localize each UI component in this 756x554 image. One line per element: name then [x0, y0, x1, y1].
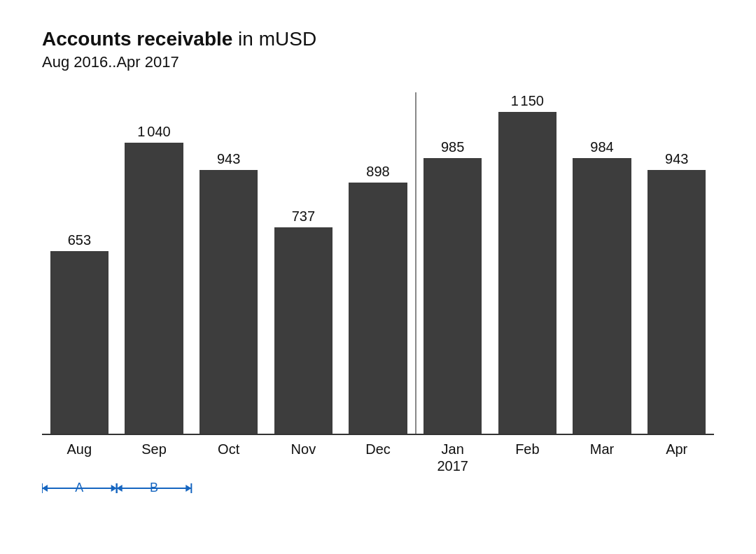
bar-rect-0 [50, 251, 108, 434]
chart-area: 6531 0409437378989851 150984943 AugSepOc… [42, 92, 714, 484]
bar-value-1: 1 040 [137, 124, 170, 140]
annotation-b-label: B [150, 481, 158, 495]
x-label-5: Jan2017 [415, 441, 490, 474]
bar-rect-5 [424, 158, 482, 434]
x-label-0: Aug [42, 441, 117, 474]
x-label-3: Nov [266, 441, 341, 474]
bar-group-sep: 1 040 [117, 92, 192, 434]
bar-rect-7 [573, 158, 631, 434]
x-label-4: Dec [341, 441, 416, 474]
x-label-2: Oct [191, 441, 266, 474]
chart-title: Accounts receivable in mUSD [42, 28, 714, 50]
chart-subtitle: Aug 2016..Apr 2017 [42, 53, 714, 71]
bars-wrapper: 6531 0409437378989851 150984943 [42, 92, 714, 435]
x-label-6: Feb [490, 441, 565, 474]
year-separator-line [415, 92, 416, 434]
annotation-a-label: A [75, 481, 83, 495]
x-label-1: Sep [117, 441, 192, 474]
bar-value-5: 985 [441, 139, 464, 155]
bar-rect-6 [498, 112, 556, 434]
bar-value-2: 943 [217, 151, 240, 167]
svg-marker-8 [117, 485, 122, 492]
svg-marker-4 [111, 485, 117, 492]
chart-container: Accounts receivable in mUSD Aug 2016..Ap… [0, 0, 756, 554]
bar-value-0: 653 [68, 232, 91, 248]
chart-title-bold: Accounts receivable [42, 28, 232, 50]
bar-rect-3 [274, 227, 332, 434]
bar-value-7: 984 [590, 139, 613, 155]
x-label-8: Apr [639, 441, 714, 474]
bar-rect-2 [200, 170, 258, 434]
bar-group-feb: 1 150 [490, 92, 565, 434]
bar-group-dec: 898 [341, 92, 416, 434]
annotation-svg: AB [42, 477, 714, 499]
x-label-7: Mar [565, 441, 640, 474]
bar-value-6: 1 150 [511, 93, 544, 109]
bar-rect-4 [349, 183, 407, 434]
svg-marker-3 [42, 485, 48, 492]
bar-group-mar: 984 [565, 92, 640, 434]
annotation-row: AB [42, 477, 714, 499]
bar-value-4: 898 [366, 164, 389, 180]
chart-title-rest: in mUSD [232, 28, 316, 50]
bar-group-nov: 737 [266, 92, 341, 434]
bar-group-aug: 653 [42, 92, 117, 434]
bar-rect-8 [648, 170, 706, 434]
bar-rect-1 [125, 143, 183, 434]
bar-value-3: 737 [292, 208, 315, 225]
bar-group-apr: 943 [639, 92, 714, 434]
x-labels: AugSepOctNovDecJan2017FebMarApr [42, 441, 714, 474]
svg-marker-9 [186, 485, 191, 492]
bar-group-jan: 985 [415, 92, 490, 434]
bar-value-8: 943 [665, 151, 688, 167]
bar-group-oct: 943 [191, 92, 266, 434]
